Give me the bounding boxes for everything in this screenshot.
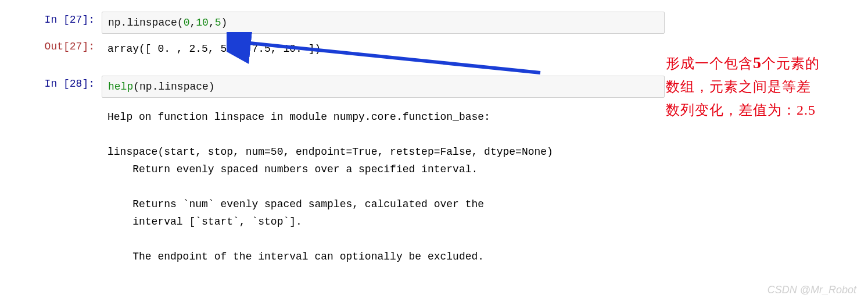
code-token: np. xyxy=(139,81,158,93)
annotation-span: 5 xyxy=(753,54,762,72)
code-token: 10 xyxy=(196,17,209,29)
watermark-text: CSDN @Mr_Robot xyxy=(767,284,856,296)
code-token: help xyxy=(108,81,133,93)
code-token: , xyxy=(209,17,215,29)
annotation-line-2: 数组，元素之间是等差 xyxy=(666,75,852,98)
annotation-text: 形成一个包含5个元素的 数组，元素之间是等差 数列变化，差值为：2.5 xyxy=(666,51,852,122)
code-input-27[interactable]: np.linspace(0,10,5) xyxy=(102,12,665,34)
code-input-28[interactable]: help(np.linspace) xyxy=(102,76,665,98)
input-prompt-27: In [27]: xyxy=(0,12,102,28)
annotation-span: 形成一个包含 xyxy=(666,56,753,71)
code-token: 5 xyxy=(215,17,221,29)
code-token: np. xyxy=(108,17,127,29)
code-token: ( xyxy=(177,17,184,29)
annotation-line-1: 形成一个包含5个元素的 xyxy=(666,51,852,75)
code-token: , xyxy=(189,17,196,29)
input-prompt-28: In [28]: xyxy=(0,76,102,92)
code-token: ( xyxy=(133,81,139,93)
code-token: ) xyxy=(221,17,228,29)
code-token: 0 xyxy=(184,17,190,29)
code-token: ) xyxy=(209,81,215,93)
help-output-text: Help on function linspace in module nump… xyxy=(102,102,868,271)
output-prompt-27: Out[27]: xyxy=(0,38,102,55)
input-cell-27: In [27]: np.linspace(0,10,5) xyxy=(0,12,868,34)
code-token: linspace xyxy=(158,81,208,93)
annotation-span: 个元素的 xyxy=(762,56,820,71)
annotation-line-3: 数列变化，差值为：2.5 xyxy=(666,98,852,122)
code-token: linspace xyxy=(127,17,177,29)
